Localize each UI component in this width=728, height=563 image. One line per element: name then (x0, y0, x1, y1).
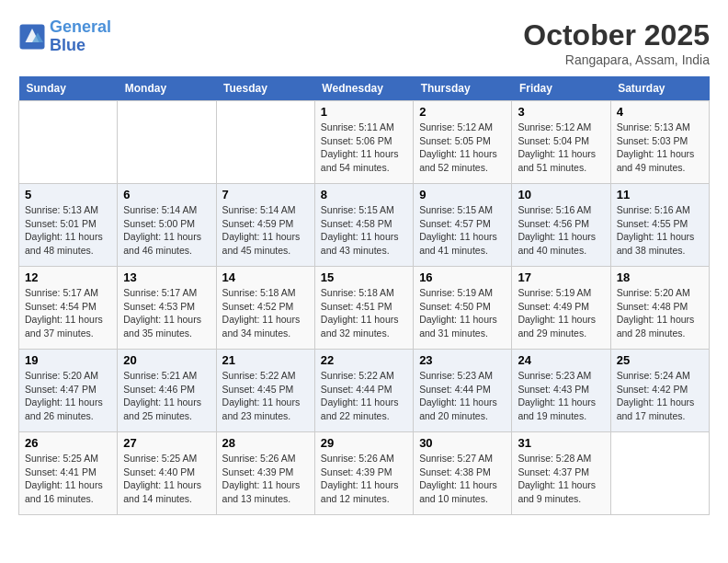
sunrise-text: Sunrise: 5:19 AM (419, 287, 493, 298)
sunset-text: Sunset: 5:01 PM (25, 218, 97, 229)
daylight-text: Daylight: 11 hours and 51 minutes. (518, 148, 596, 173)
calendar-cell: 14 Sunrise: 5:18 AM Sunset: 4:52 PM Dayl… (216, 267, 314, 350)
sunset-text: Sunset: 5:03 PM (617, 135, 688, 146)
calendar-cell (19, 101, 118, 184)
day-info: Sunrise: 5:20 AM Sunset: 4:48 PM Dayligh… (617, 286, 703, 340)
sunrise-text: Sunrise: 5:14 AM (123, 204, 197, 215)
daylight-text: Daylight: 11 hours and 23 minutes. (222, 396, 301, 421)
sunrise-text: Sunrise: 5:19 AM (518, 287, 591, 298)
day-number: 12 (25, 270, 111, 284)
weekday-header-saturday: Saturday (610, 76, 709, 101)
sunset-text: Sunset: 4:52 PM (222, 301, 294, 312)
day-info: Sunrise: 5:13 AM Sunset: 5:01 PM Dayligh… (25, 203, 111, 258)
sunset-text: Sunset: 4:39 PM (321, 466, 392, 477)
day-info: Sunrise: 5:16 AM Sunset: 4:56 PM Dayligh… (518, 203, 604, 258)
page-header: General Blue October 2025 Rangapara, Ass… (18, 18, 710, 67)
calendar-cell: 27 Sunrise: 5:25 AM Sunset: 4:40 PM Dayl… (118, 432, 216, 515)
day-number: 29 (321, 436, 407, 450)
sunrise-text: Sunrise: 5:25 AM (25, 453, 98, 464)
day-number: 15 (321, 270, 407, 284)
calendar-cell: 31 Sunrise: 5:28 AM Sunset: 4:37 PM Dayl… (512, 432, 610, 515)
day-number: 7 (222, 188, 309, 201)
sunrise-text: Sunrise: 5:16 AM (518, 204, 591, 215)
calendar-cell: 15 Sunrise: 5:18 AM Sunset: 4:51 PM Dayl… (314, 267, 413, 350)
calendar-cell: 18 Sunrise: 5:20 AM Sunset: 4:48 PM Dayl… (610, 267, 709, 350)
logo-text: General Blue (50, 18, 111, 55)
sunrise-text: Sunrise: 5:13 AM (617, 121, 690, 132)
sunset-text: Sunset: 4:42 PM (617, 384, 688, 395)
calendar-cell: 12 Sunrise: 5:17 AM Sunset: 4:54 PM Dayl… (19, 267, 118, 350)
week-row-1: 1 Sunrise: 5:11 AM Sunset: 5:06 PM Dayli… (19, 101, 710, 184)
sunrise-text: Sunrise: 5:23 AM (518, 370, 591, 381)
calendar-cell: 4 Sunrise: 5:13 AM Sunset: 5:03 PM Dayli… (610, 101, 709, 184)
day-number: 8 (321, 188, 407, 201)
day-info: Sunrise: 5:28 AM Sunset: 4:37 PM Dayligh… (518, 452, 604, 506)
day-number: 27 (123, 436, 210, 450)
logo-icon (18, 23, 46, 51)
sunrise-text: Sunrise: 5:15 AM (419, 204, 493, 215)
day-number: 11 (617, 188, 703, 201)
sunset-text: Sunset: 5:04 PM (518, 135, 589, 146)
day-info: Sunrise: 5:25 AM Sunset: 4:41 PM Dayligh… (25, 452, 111, 506)
day-number: 24 (518, 353, 604, 367)
day-info: Sunrise: 5:26 AM Sunset: 4:39 PM Dayligh… (222, 452, 309, 506)
day-number: 30 (419, 436, 506, 450)
daylight-text: Daylight: 11 hours and 16 minutes. (25, 479, 103, 504)
sunset-text: Sunset: 4:51 PM (321, 301, 392, 312)
daylight-text: Daylight: 11 hours and 26 minutes. (25, 396, 103, 421)
daylight-text: Daylight: 11 hours and 46 minutes. (123, 231, 201, 256)
day-number: 4 (617, 105, 703, 119)
sunrise-text: Sunrise: 5:22 AM (321, 370, 394, 381)
daylight-text: Daylight: 11 hours and 10 minutes. (419, 479, 497, 504)
day-info: Sunrise: 5:20 AM Sunset: 4:47 PM Dayligh… (25, 369, 111, 423)
daylight-text: Daylight: 11 hours and 12 minutes. (321, 479, 399, 504)
day-number: 18 (617, 270, 703, 284)
sunset-text: Sunset: 4:41 PM (25, 466, 97, 477)
day-number: 3 (518, 105, 604, 119)
weekday-header-row: SundayMondayTuesdayWednesdayThursdayFrid… (19, 76, 710, 101)
daylight-text: Daylight: 11 hours and 14 minutes. (123, 479, 201, 504)
daylight-text: Daylight: 11 hours and 40 minutes. (518, 231, 596, 256)
calendar-cell (118, 101, 216, 184)
calendar-cell: 13 Sunrise: 5:17 AM Sunset: 4:53 PM Dayl… (118, 267, 216, 350)
daylight-text: Daylight: 11 hours and 29 minutes. (518, 314, 596, 339)
day-info: Sunrise: 5:21 AM Sunset: 4:46 PM Dayligh… (123, 369, 210, 423)
week-row-5: 26 Sunrise: 5:25 AM Sunset: 4:41 PM Dayl… (19, 432, 710, 515)
calendar-cell: 30 Sunrise: 5:27 AM Sunset: 4:38 PM Dayl… (414, 432, 512, 515)
day-info: Sunrise: 5:18 AM Sunset: 4:51 PM Dayligh… (321, 286, 407, 340)
daylight-text: Daylight: 11 hours and 13 minutes. (222, 479, 301, 504)
daylight-text: Daylight: 11 hours and 49 minutes. (617, 148, 695, 173)
sunrise-text: Sunrise: 5:18 AM (222, 287, 296, 298)
daylight-text: Daylight: 11 hours and 28 minutes. (617, 314, 695, 339)
weekday-header-wednesday: Wednesday (314, 76, 413, 101)
sunrise-text: Sunrise: 5:24 AM (617, 370, 690, 381)
day-info: Sunrise: 5:23 AM Sunset: 4:43 PM Dayligh… (518, 369, 604, 423)
daylight-text: Daylight: 11 hours and 9 minutes. (518, 479, 596, 504)
sunrise-text: Sunrise: 5:12 AM (518, 121, 591, 132)
daylight-text: Daylight: 11 hours and 22 minutes. (321, 396, 399, 421)
calendar-cell: 6 Sunrise: 5:14 AM Sunset: 5:00 PM Dayli… (118, 184, 216, 267)
week-row-4: 19 Sunrise: 5:20 AM Sunset: 4:47 PM Dayl… (19, 350, 710, 432)
week-row-3: 12 Sunrise: 5:17 AM Sunset: 4:54 PM Dayl… (19, 267, 710, 350)
weekday-header-thursday: Thursday (414, 76, 512, 101)
day-number: 13 (123, 270, 210, 284)
day-info: Sunrise: 5:22 AM Sunset: 4:45 PM Dayligh… (222, 369, 309, 423)
calendar-cell: 17 Sunrise: 5:19 AM Sunset: 4:49 PM Dayl… (512, 267, 610, 350)
day-number: 9 (419, 188, 506, 201)
title-block: October 2025 Rangapara, Assam, India (523, 18, 710, 67)
sunrise-text: Sunrise: 5:18 AM (321, 287, 394, 298)
day-number: 31 (518, 436, 604, 450)
daylight-text: Daylight: 11 hours and 35 minutes. (123, 314, 201, 339)
calendar-table: SundayMondayTuesdayWednesdayThursdayFrid… (18, 76, 710, 515)
daylight-text: Daylight: 11 hours and 52 minutes. (419, 148, 497, 173)
day-info: Sunrise: 5:23 AM Sunset: 4:44 PM Dayligh… (419, 369, 506, 423)
daylight-text: Daylight: 11 hours and 37 minutes. (25, 314, 103, 339)
sunset-text: Sunset: 4:48 PM (617, 301, 688, 312)
day-number: 28 (222, 436, 309, 450)
calendar-cell: 29 Sunrise: 5:26 AM Sunset: 4:39 PM Dayl… (314, 432, 413, 515)
day-number: 19 (25, 353, 111, 367)
sunset-text: Sunset: 5:05 PM (419, 135, 491, 146)
day-info: Sunrise: 5:14 AM Sunset: 5:00 PM Dayligh… (123, 203, 210, 258)
calendar-cell: 10 Sunrise: 5:16 AM Sunset: 4:56 PM Dayl… (512, 184, 610, 267)
sunrise-text: Sunrise: 5:20 AM (25, 370, 98, 381)
